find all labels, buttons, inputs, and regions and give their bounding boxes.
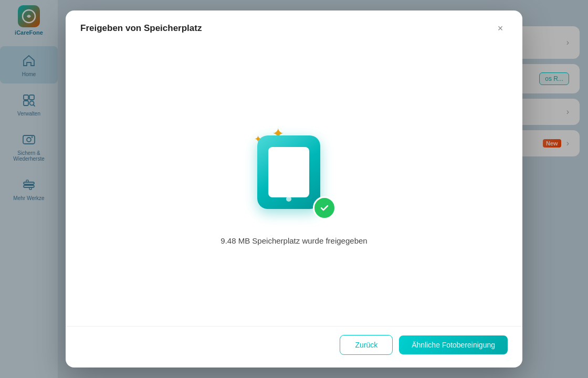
similar-photo-cleaning-button[interactable]: Ähnliche Fotobereinigung bbox=[399, 335, 508, 354]
modal-overlay: Freigeben von Speicherplatz × ✦ ✦ bbox=[0, 0, 588, 378]
modal-title: Freigeben von Speicherplatz bbox=[80, 23, 202, 34]
modal-close-button[interactable]: × bbox=[493, 21, 508, 36]
modal-header: Freigeben von Speicherplatz × bbox=[66, 10, 522, 44]
modal-footer: Zurück Ähnliche Fotobereinigung bbox=[66, 326, 522, 368]
device-card bbox=[257, 135, 320, 209]
success-illustration: ✦ ✦ bbox=[247, 125, 341, 219]
modal-dialog: Freigeben von Speicherplatz × ✦ ✦ bbox=[66, 10, 522, 368]
device-screen bbox=[268, 147, 309, 197]
device-dot bbox=[286, 196, 291, 202]
close-icon: × bbox=[498, 23, 503, 34]
success-check-badge bbox=[313, 196, 336, 219]
modal-body: ✦ ✦ 9.48 MB Speicherplatz wu bbox=[66, 44, 522, 326]
back-button[interactable]: Zurück bbox=[340, 335, 393, 355]
success-message: 9.48 MB Speicherplatz wurde freigegeben bbox=[220, 236, 367, 245]
app-background: iCareFone Home Verwalten bbox=[0, 0, 588, 378]
